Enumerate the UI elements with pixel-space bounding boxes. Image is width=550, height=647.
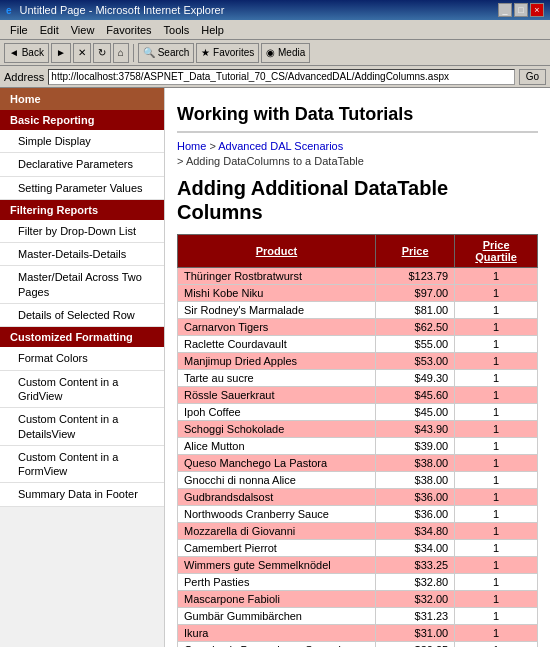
sidebar-item-setting-parameter-values[interactable]: Setting Parameter Values bbox=[0, 177, 164, 200]
sidebar-item-custom-content-gridview[interactable]: Custom Content in a GridView bbox=[0, 371, 164, 409]
home-button[interactable]: ⌂ bbox=[113, 43, 129, 63]
cell-price: $97.00 bbox=[376, 284, 455, 301]
go-button[interactable]: Go bbox=[519, 69, 546, 85]
cell-price: $123.79 bbox=[376, 267, 455, 284]
col-header-price: Price bbox=[376, 234, 455, 267]
cell-price: $34.00 bbox=[376, 539, 455, 556]
address-label: Address bbox=[4, 71, 44, 83]
table-row: Northwoods Cranberry Sauce$36.001 bbox=[178, 505, 538, 522]
menu-favorites[interactable]: Favorites bbox=[100, 23, 157, 37]
cell-product: Alice Mutton bbox=[178, 437, 376, 454]
title-bar: e Untitled Page - Microsoft Internet Exp… bbox=[0, 0, 550, 20]
col-header-quartile: Price Quartile bbox=[455, 234, 538, 267]
menu-bar: File Edit View Favorites Tools Help bbox=[0, 20, 550, 40]
sidebar-item-master-details[interactable]: Master-Details-Details bbox=[0, 243, 164, 266]
sidebar-item-custom-content-detailsview[interactable]: Custom Content in a DetailsView bbox=[0, 408, 164, 446]
menu-help[interactable]: Help bbox=[195, 23, 230, 37]
sidebar-item-details-selected-row[interactable]: Details of Selected Row bbox=[0, 304, 164, 327]
sidebar-item-simple-display[interactable]: Simple Display bbox=[0, 130, 164, 153]
sidebar-home[interactable]: Home bbox=[0, 88, 164, 110]
cell-product: Raclette Courdavault bbox=[178, 335, 376, 352]
cell-quartile: 1 bbox=[455, 352, 538, 369]
table-row: Gnocchi di nonna Alice$38.001 bbox=[178, 471, 538, 488]
cell-product: Ikura bbox=[178, 624, 376, 641]
table-row: Ipoh Coffee$45.001 bbox=[178, 403, 538, 420]
sidebar-item-filter-dropdown[interactable]: Filter by Drop-Down List bbox=[0, 220, 164, 243]
sidebar-item-summary-data[interactable]: Summary Data in Footer bbox=[0, 483, 164, 506]
cell-quartile: 1 bbox=[455, 539, 538, 556]
window-buttons[interactable]: _ □ × bbox=[498, 3, 544, 17]
toolbar: ◄ Back ► ✕ ↻ ⌂ 🔍 Search ★ Favorites ◉ Me… bbox=[0, 40, 550, 66]
table-row: Wimmers gute Semmelknödel$33.251 bbox=[178, 556, 538, 573]
cell-product: Tarte au sucre bbox=[178, 369, 376, 386]
breadcrumb-section[interactable]: Advanced DAL Scenarios bbox=[218, 140, 343, 152]
ie-icon: e bbox=[6, 5, 12, 16]
title-bar-text: Untitled Page - Microsoft Internet Explo… bbox=[20, 4, 225, 16]
sidebar-item-format-colors[interactable]: Format Colors bbox=[0, 347, 164, 370]
sidebar-item-custom-content-formview[interactable]: Custom Content in a FormView bbox=[0, 446, 164, 484]
table-row: Carnarvon Tigers$62.501 bbox=[178, 318, 538, 335]
cell-product: Mishi Kobe Niku bbox=[178, 284, 376, 301]
media-button[interactable]: ◉ Media bbox=[261, 43, 310, 63]
cell-product: Perth Pasties bbox=[178, 573, 376, 590]
cell-quartile: 1 bbox=[455, 522, 538, 539]
table-row: Manjimup Dried Apples$53.001 bbox=[178, 352, 538, 369]
cell-quartile: 1 bbox=[455, 641, 538, 647]
table-row: Mishi Kobe Niku$97.001 bbox=[178, 284, 538, 301]
table-row: Gudbrandsdalsost$36.001 bbox=[178, 488, 538, 505]
back-button[interactable]: ◄ Back bbox=[4, 43, 49, 63]
cell-product: Northwoods Cranberry Sauce bbox=[178, 505, 376, 522]
cell-price: $30.25 bbox=[376, 641, 455, 647]
cell-product: Thüringer Rostbratwurst bbox=[178, 267, 376, 284]
minimize-button[interactable]: _ bbox=[498, 3, 512, 17]
breadcrumb-home[interactable]: Home bbox=[177, 140, 206, 152]
cell-product: Wimmers gute Semmelknödel bbox=[178, 556, 376, 573]
menu-view[interactable]: View bbox=[65, 23, 101, 37]
cell-product: Mozzarella di Giovanni bbox=[178, 522, 376, 539]
maximize-button[interactable]: □ bbox=[514, 3, 528, 17]
breadcrumb-current: Adding DataColumns to a DataTable bbox=[186, 155, 364, 167]
cell-quartile: 1 bbox=[455, 301, 538, 318]
table-row: Schoggi Schokolade$43.901 bbox=[178, 420, 538, 437]
cell-price: $32.00 bbox=[376, 590, 455, 607]
stop-button[interactable]: ✕ bbox=[73, 43, 91, 63]
main-area: Home Basic Reporting Simple Display Decl… bbox=[0, 88, 550, 647]
table-row: Rössle Sauerkraut$45.601 bbox=[178, 386, 538, 403]
cell-price: $62.50 bbox=[376, 318, 455, 335]
table-row: Sir Rodney's Marmalade$81.001 bbox=[178, 301, 538, 318]
cell-quartile: 1 bbox=[455, 335, 538, 352]
refresh-button[interactable]: ↻ bbox=[93, 43, 111, 63]
menu-tools[interactable]: Tools bbox=[158, 23, 196, 37]
table-row: Tarte au sucre$49.301 bbox=[178, 369, 538, 386]
table-row: Ikura$31.001 bbox=[178, 624, 538, 641]
table-row: Raclette Courdavault$55.001 bbox=[178, 335, 538, 352]
sidebar-section-basic-reporting: Basic Reporting bbox=[0, 110, 164, 130]
cell-quartile: 1 bbox=[455, 454, 538, 471]
cell-price: $38.00 bbox=[376, 471, 455, 488]
table-row: Mozzarella di Giovanni$34.801 bbox=[178, 522, 538, 539]
search-button[interactable]: 🔍 Search bbox=[138, 43, 194, 63]
table-row: Queso Manchego La Pastora$38.001 bbox=[178, 454, 538, 471]
breadcrumb: Home > Advanced DAL Scenarios > Adding D… bbox=[177, 139, 538, 170]
table-row: Gumbär Gummibärchen$31.231 bbox=[178, 607, 538, 624]
favorites-button[interactable]: ★ Favorites bbox=[196, 43, 259, 63]
cell-price: $36.00 bbox=[376, 505, 455, 522]
site-title: Working with Data Tutorials bbox=[177, 96, 538, 133]
cell-quartile: 1 bbox=[455, 590, 538, 607]
close-button[interactable]: × bbox=[530, 3, 544, 17]
cell-price: $53.00 bbox=[376, 352, 455, 369]
cell-price: $81.00 bbox=[376, 301, 455, 318]
cell-quartile: 1 bbox=[455, 403, 538, 420]
forward-button[interactable]: ► bbox=[51, 43, 71, 63]
cell-price: $31.23 bbox=[376, 607, 455, 624]
sidebar-item-master-detail-pages[interactable]: Master/Detail Across Two Pages bbox=[0, 266, 164, 304]
menu-edit[interactable]: Edit bbox=[34, 23, 65, 37]
cell-product: Gumbär Gummibärchen bbox=[178, 607, 376, 624]
menu-file[interactable]: File bbox=[4, 23, 34, 37]
sidebar-item-declarative-parameters[interactable]: Declarative Parameters bbox=[0, 153, 164, 176]
cell-quartile: 1 bbox=[455, 318, 538, 335]
cell-quartile: 1 bbox=[455, 420, 538, 437]
data-table: Product Price Price Quartile Thüringer R… bbox=[177, 234, 538, 647]
address-input[interactable] bbox=[48, 69, 514, 85]
cell-price: $49.30 bbox=[376, 369, 455, 386]
